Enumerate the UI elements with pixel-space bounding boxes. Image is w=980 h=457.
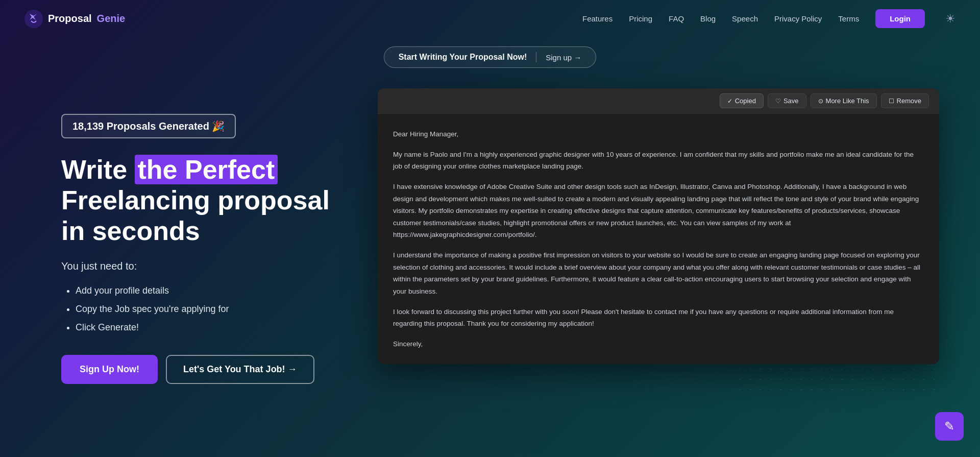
- proposal-para-3: I understand the importance of making a …: [393, 249, 924, 298]
- proposal-section: ✓ Copied ♡ Save ⊙ More Like This ☐ Remov…: [378, 88, 939, 364]
- heart-icon: ♡: [775, 98, 781, 105]
- headline: Write the Perfect Freelancing proposal i…: [61, 155, 347, 246]
- nav-faq[interactable]: FAQ: [669, 14, 684, 23]
- bullet-1: Add your profile details: [76, 281, 347, 300]
- circle-icon: ⊙: [818, 98, 823, 105]
- bullet-2: Copy the Job spec you're applying for: [76, 300, 347, 318]
- remove-button[interactable]: ☐ Remove: [881, 93, 929, 108]
- nav-terms[interactable]: Terms: [838, 14, 859, 23]
- hero-left: 18,139 Proposals Generated 🎉 Write the P…: [61, 93, 347, 384]
- square-icon: ☐: [889, 98, 894, 105]
- banner-divider: [536, 52, 536, 62]
- hero-subtext: You just need to:: [61, 260, 347, 272]
- more-like-this-button[interactable]: ⊙ More Like This: [811, 93, 877, 108]
- proposal-para-5: Sincerely,: [393, 338, 924, 350]
- copied-button[interactable]: ✓ Copied: [720, 93, 764, 108]
- chat-icon: ✎: [944, 419, 954, 434]
- proposal-body: Dear Hiring Manager, My name is Paolo an…: [378, 114, 939, 364]
- logo-genie: Genie: [97, 13, 126, 25]
- signup-button[interactable]: Sign Up Now!: [61, 355, 158, 384]
- banner-signup-link[interactable]: Sign up →: [546, 53, 581, 62]
- proposal-toolbar: ✓ Copied ♡ Save ⊙ More Like This ☐ Remov…: [378, 88, 939, 114]
- main-content: 18,139 Proposals Generated 🎉 Write the P…: [0, 73, 980, 384]
- navbar: ProposalGenie Features Pricing FAQ Blog …: [0, 0, 980, 37]
- banner-pill: Start Writing Your Proposal Now! Sign up…: [384, 46, 597, 68]
- copied-label: Copied: [735, 97, 756, 105]
- logo[interactable]: ProposalGenie: [24, 10, 125, 28]
- headline-part2: Freelancing proposal in seconds: [61, 185, 330, 246]
- proposal-para-1: My name is Paolo and I'm a highly experi…: [393, 149, 924, 173]
- nav-privacy[interactable]: Privacy Policy: [774, 14, 822, 23]
- cta-row: Sign Up Now! Let's Get You That Job! →: [61, 355, 347, 384]
- headline-highlight: the Perfect: [135, 155, 278, 184]
- proposals-badge: 18,139 Proposals Generated 🎉: [61, 114, 236, 138]
- hero-bullets: Add your profile details Copy the Job sp…: [61, 281, 347, 336]
- remove-label: Remove: [897, 97, 921, 105]
- get-job-button[interactable]: Let's Get You That Job! →: [166, 355, 314, 384]
- proposal-para-2: I have extensive knowledge of Adobe Crea…: [393, 181, 924, 241]
- more-label: More Like This: [826, 97, 869, 105]
- bullet-3: Click Generate!: [76, 318, 347, 336]
- check-icon: ✓: [727, 98, 732, 105]
- proposal-salutation: Dear Hiring Manager,: [393, 128, 924, 140]
- save-label: Save: [783, 97, 799, 105]
- nav-pricing[interactable]: Pricing: [629, 14, 652, 23]
- nav-links: Features Pricing FAQ Blog Speech Privacy…: [582, 9, 955, 28]
- chat-button[interactable]: ✎: [935, 412, 964, 441]
- banner-text: Start Writing Your Proposal Now!: [399, 53, 527, 62]
- save-button[interactable]: ♡ Save: [768, 93, 806, 108]
- nav-features[interactable]: Features: [582, 14, 612, 23]
- logo-proposal: Proposal: [48, 13, 92, 25]
- login-button[interactable]: Login: [875, 9, 925, 28]
- nav-blog[interactable]: Blog: [700, 14, 716, 23]
- proposal-card: ✓ Copied ♡ Save ⊙ More Like This ☐ Remov…: [378, 88, 939, 364]
- theme-toggle-button[interactable]: ☀: [945, 12, 955, 26]
- banner: Start Writing Your Proposal Now! Sign up…: [0, 46, 980, 68]
- nav-speech[interactable]: Speech: [732, 14, 758, 23]
- proposal-para-4: I look forward to discussing this projec…: [393, 306, 924, 330]
- svg-point-0: [24, 10, 43, 28]
- headline-part1: Write: [61, 155, 135, 184]
